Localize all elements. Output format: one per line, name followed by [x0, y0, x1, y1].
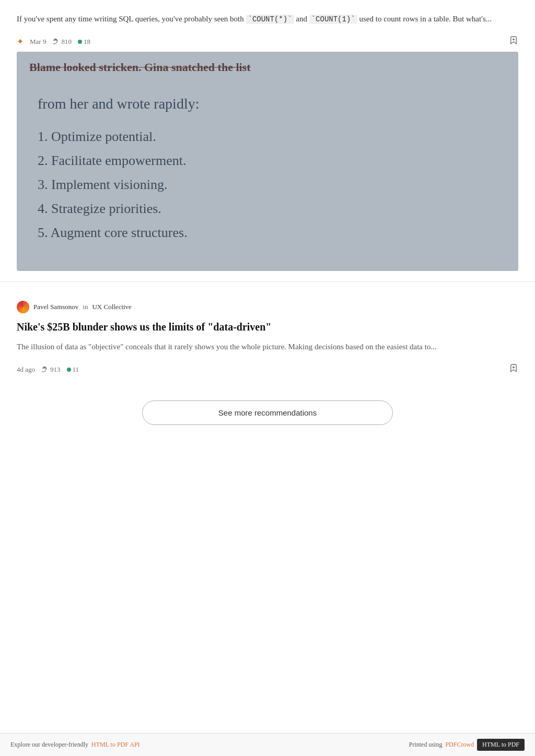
- author-avatar: [17, 301, 29, 313]
- footer-printed-text: Printed using PDFCrowd: [409, 741, 474, 749]
- list-item: 5. Augment core structures.: [38, 221, 497, 245]
- article-1-date: Mar 9: [30, 38, 46, 46]
- article-2-save-button[interactable]: [509, 363, 518, 375]
- see-more-button[interactable]: See more recommendations: [142, 400, 393, 425]
- featured-overlay-title: Blame looked stricken. Gina snatched the…: [17, 52, 518, 84]
- list-item: 4. Strategize priorities.: [38, 197, 497, 221]
- featured-lead: from her and wrote rapidly:: [38, 96, 497, 112]
- footer-pdfcrowd-link[interactable]: PDFCrowd: [445, 741, 474, 749]
- article-2-claps-count: 913: [50, 365, 61, 374]
- pin-icon: ✦: [17, 37, 24, 46]
- response-dot-2: [67, 368, 71, 372]
- article-1-save-button[interactable]: [509, 36, 518, 48]
- list-item: 2. Facilitate empowerment.: [38, 149, 497, 173]
- article-2-time: 4d ago: [17, 365, 35, 374]
- see-more-section: See more recommendations: [0, 384, 535, 442]
- footer-bar: Explore our developer-friendly HTML to P…: [0, 733, 535, 756]
- author-in-label: in: [83, 303, 88, 311]
- article-2-meta-bar: 4d ago 913 11: [0, 359, 535, 384]
- article-1-claps-count: 810: [61, 38, 72, 46]
- footer-explore-text: Explore our developer-friendly: [10, 741, 88, 749]
- author-name: Pavel Samsonov: [33, 303, 78, 311]
- article-2-description: The illusion of data as "objective" conc…: [0, 338, 535, 359]
- article-1-responses-count: 18: [84, 38, 90, 46]
- featured-list: 1. Optimize potential. 2. Facilitate emp…: [38, 125, 497, 245]
- article-1-meta-bar: ✦ Mar 9 810 18: [0, 31, 535, 52]
- preview-text: If you've spent any time writing SQL que…: [17, 15, 492, 23]
- article-2-responses: 11: [67, 365, 79, 374]
- article-1-preview: If you've spent any time writing SQL que…: [0, 0, 535, 31]
- response-dot: [78, 40, 82, 44]
- footer-pdf-button[interactable]: HTML to PDF: [477, 739, 525, 751]
- clap-icon: [52, 38, 60, 45]
- featured-content: from her and wrote rapidly: 1. Optimize …: [17, 85, 518, 271]
- publication-name: UX Collective: [92, 303, 131, 311]
- article-1-responses: 18: [78, 38, 90, 46]
- article-2-author-row: Pavel Samsonov in UX Collective: [0, 292, 535, 317]
- main-content: If you've spent any time writing SQL que…: [0, 0, 535, 504]
- list-item: 1. Optimize potential.: [38, 125, 497, 149]
- author-avatar-image: [17, 301, 29, 313]
- list-item: 3. Implement visioning.: [38, 173, 497, 197]
- clap-icon-2: [41, 366, 49, 373]
- article-1-claps: 810: [52, 38, 72, 46]
- article-2-title: Nike's $25B blunder shows us the limits …: [0, 317, 535, 338]
- footer-html-api-link[interactable]: HTML to PDF API: [91, 741, 140, 749]
- article-2-claps: 913: [41, 365, 61, 374]
- section-divider: [0, 281, 535, 282]
- featured-block: Blame looked stricken. Gina snatched the…: [17, 52, 518, 271]
- article-2-responses-count: 11: [73, 365, 79, 374]
- footer-printed-label: Printed using: [409, 741, 443, 749]
